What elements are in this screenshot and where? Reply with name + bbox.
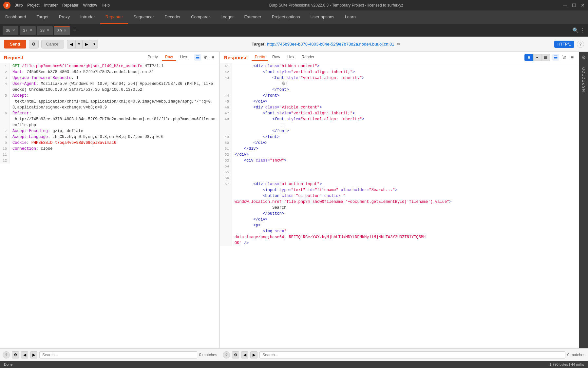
menu-dots-icon[interactable]: ⋮ (580, 27, 585, 33)
req-tab-37[interactable]: 37 ✕ (20, 26, 35, 35)
line-num (220, 187, 232, 193)
tab-decoder[interactable]: Decoder (159, 10, 186, 24)
target-label: Target: (252, 42, 266, 47)
nav-forward-button[interactable]: ▶ (82, 40, 91, 48)
search-icon[interactable]: 🔍 (572, 27, 579, 33)
send-button[interactable]: Send (4, 40, 26, 48)
maximize-button[interactable]: ☐ (572, 3, 576, 8)
tab-sequencer[interactable]: Sequencer (128, 10, 159, 24)
request-search-input[interactable] (39, 351, 197, 358)
menu-burp[interactable]: Burp (14, 3, 23, 8)
menu-help[interactable]: Help (102, 3, 110, 8)
line-num: 8 (0, 134, 10, 140)
line-content: GET /file.php?m=show&filename=/ghjsdk_F1… (10, 63, 219, 69)
close-button[interactable]: ✕ (581, 3, 585, 8)
req-tab-36[interactable]: 36 ✕ (3, 26, 18, 35)
request-help-icon[interactable]: ? (3, 351, 10, 358)
nav-back-button[interactable]: ◀ (67, 40, 75, 48)
response-tab-render[interactable]: Render (298, 54, 317, 61)
response-tab-hex[interactable]: Hex (284, 54, 297, 61)
req-tab-38[interactable]: 38 ✕ (37, 26, 53, 35)
request-tab-pretty[interactable]: Pretty (144, 54, 161, 61)
request-more-icon[interactable]: ≡ (210, 54, 216, 61)
tab-target[interactable]: Target (31, 10, 54, 24)
resp-line: 48 <font style="vertical-align: inherit;… (220, 116, 579, 122)
line-num: 2 (0, 69, 10, 75)
tab-comparer[interactable]: Comparer (186, 10, 215, 24)
line-num (220, 217, 232, 223)
response-matches-label: 0 matches (567, 353, 585, 357)
send-options-button[interactable]: ⚙ (29, 40, 39, 48)
request-forward-button[interactable]: ▶ (30, 351, 37, 358)
code-line: 11 (0, 152, 219, 158)
close-tab-38[interactable]: ✕ (47, 28, 49, 32)
minimize-button[interactable]: — (563, 3, 567, 8)
tab-proxy[interactable]: Proxy (54, 10, 75, 24)
response-forward-button[interactable]: ▶ (250, 351, 257, 358)
response-tab-pretty[interactable]: Pretty (252, 54, 268, 61)
tab-extender[interactable]: Extender (239, 10, 267, 24)
resp-line: <button class="ui button" onclick=" (220, 193, 579, 199)
inspector-gear-icon[interactable]: ⚙ (581, 54, 586, 61)
http-version-button[interactable]: HTTP/1 (554, 41, 574, 48)
request-code-area[interactable]: 1 GET /file.php?m=show&filename=/ghjsdk_… (0, 63, 219, 348)
response-back-button[interactable]: ◀ (241, 351, 248, 358)
bottom-bar: ? ⚙ ◀ ▶ 0 matches ? ⚙ ◀ ▶ 0 matches (0, 348, 588, 361)
app-logo: B (3, 2, 10, 9)
view-text-button[interactable]: ▤ (541, 54, 550, 61)
view-pretty-button[interactable]: ⊞ (524, 54, 533, 61)
response-tab-raw[interactable]: Raw (269, 54, 283, 61)
line-content: <button class="ui button" onclick=" (232, 193, 579, 199)
line-content: Cookie: PHPSESSID=t7oqa4v6v98dv69q5l8avi… (10, 140, 219, 146)
resp-line: 51 </div> (220, 146, 579, 152)
tab-user-options[interactable]: User options (305, 10, 340, 24)
request-tab-raw[interactable]: Raw (162, 54, 176, 61)
request-newline-icon[interactable]: \n (202, 54, 209, 61)
resp-line: 41 <div class="hidden content"> (220, 63, 579, 69)
request-settings-icon[interactable]: ⚙ (12, 351, 19, 358)
response-more-icon[interactable]: ≡ (570, 54, 575, 61)
line-content: </button> (232, 211, 579, 217)
request-back-button[interactable]: ◀ (21, 351, 28, 358)
request-format-icon[interactable]: ☰ (194, 54, 201, 61)
tab-learn[interactable]: Learn (340, 10, 361, 24)
close-tab-39[interactable]: ✕ (64, 29, 66, 33)
menu-project[interactable]: Project (27, 3, 39, 8)
tab-logger[interactable]: Logger (215, 10, 239, 24)
line-num: 9 (0, 140, 10, 146)
resp-line: <p> (220, 223, 579, 228)
tab-repeater[interactable]: Repeater (100, 10, 128, 24)
line-num: 53 (220, 158, 232, 164)
tab-dashboard[interactable]: Dashboard (0, 10, 31, 24)
cancel-button[interactable]: Cancel (41, 40, 64, 48)
response-code-area[interactable]: 41 <div class="hidden content"> 42 <font… (220, 63, 579, 348)
response-settings-icon[interactable]: ⚙ (232, 351, 239, 358)
menu-window[interactable]: Window (83, 3, 97, 8)
req-tab-39[interactable]: 39 ✕ (54, 26, 70, 35)
close-tab-37[interactable]: ✕ (29, 28, 32, 32)
line-num: 52 (220, 152, 232, 158)
line-content: </div> (232, 146, 579, 152)
tab-intruder[interactable]: Intruder (75, 10, 100, 24)
response-format-icon[interactable]: ☰ (552, 54, 559, 61)
line-num: 54 (220, 164, 232, 169)
nav-back-dropdown[interactable]: ▼ (75, 40, 82, 48)
add-tab-button[interactable]: + (71, 27, 79, 34)
response-search-input[interactable] (259, 351, 565, 358)
edit-target-icon[interactable]: ✏ (397, 42, 401, 47)
window-title: Burp Suite Professional v2022.8.3 - Temp… (269, 3, 403, 8)
resp-line: <img src=" (220, 228, 579, 234)
menu-intruder[interactable]: Intruder (44, 3, 58, 8)
view-list-button[interactable]: ≡ (533, 54, 541, 61)
line-content: <font style="vertical-align: inherit;"> (232, 110, 579, 116)
help-button[interactable]: ? (577, 41, 584, 48)
request-tab-hex[interactable]: Hex (177, 54, 190, 61)
response-help-icon[interactable]: ? (223, 351, 230, 358)
tab-project-options[interactable]: Project options (267, 10, 305, 24)
line-num (220, 81, 232, 87)
line-num (220, 205, 232, 211)
close-tab-36[interactable]: ✕ (12, 28, 15, 32)
nav-forward-dropdown[interactable]: ▼ (91, 40, 98, 48)
response-newline-icon[interactable]: \n (561, 54, 568, 61)
menu-repeater[interactable]: Repeater (62, 3, 78, 8)
